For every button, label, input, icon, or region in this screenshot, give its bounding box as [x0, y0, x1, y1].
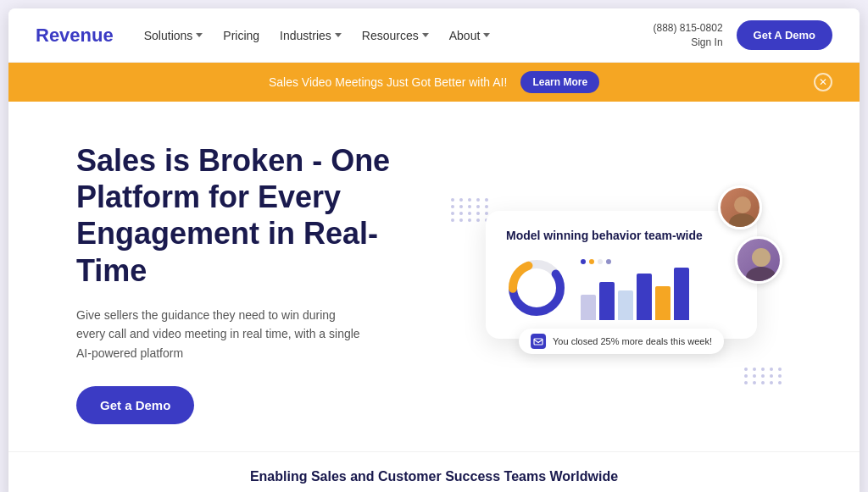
notification-text: You closed 25% more deals this week! [553, 336, 712, 346]
banner-text: Sales Video Meetings Just Got Better wit… [269, 75, 507, 89]
avatar-1 [718, 185, 762, 229]
footer-tagline: Enabling Sales and Customer Success Team… [8, 451, 860, 492]
svg-point-8 [729, 213, 756, 229]
svg-point-7 [734, 196, 751, 213]
footer-tagline-text: Enabling Sales and Customer Success Team… [250, 469, 618, 484]
hero-cta-button[interactable]: Get a Demo [76, 386, 194, 424]
bar-6 [674, 268, 689, 320]
hero-section: Sales is Broken - One Platform for Every… [8, 102, 860, 451]
avatar-group [718, 185, 782, 284]
chevron-down-icon [335, 33, 342, 37]
phone-number: (888) 815-0802 [654, 21, 723, 36]
svg-rect-11 [534, 339, 542, 345]
bar-5 [655, 286, 670, 320]
nav-item-pricing[interactable]: Pricing [223, 29, 259, 42]
banner-close-button[interactable]: ✕ [814, 73, 832, 91]
bar-chart-area [581, 259, 737, 320]
nav-item-solutions[interactable]: Solutions [144, 29, 203, 42]
illustration-content [506, 257, 737, 322]
donut-chart [506, 257, 567, 322]
hero-subtitle: Give sellers the guidance they need to w… [76, 306, 364, 362]
navbar-left: Revenue Solutions Pricing [36, 25, 490, 47]
contact-info: (888) 815-0802 Sign In [654, 21, 723, 50]
logo-text: Revenue [36, 25, 114, 47]
hero-content: Sales is Broken - One Platform for Every… [76, 142, 417, 424]
chart-legend [581, 259, 737, 264]
get-demo-button[interactable]: Get A Demo [737, 20, 832, 50]
sign-in-link[interactable]: Sign In [691, 36, 722, 48]
nav-item-industries[interactable]: Industries [280, 29, 342, 42]
illustration-card: Model winning behavior team-wide [486, 211, 757, 338]
chevron-down-icon [422, 33, 429, 37]
notification-badge: You closed 25% more deals this week! [519, 329, 724, 354]
bar-2 [599, 282, 615, 320]
avatar-2 [735, 236, 782, 284]
bar-3 [618, 290, 633, 320]
bar-1 [581, 295, 596, 320]
browser-window: Revenue Solutions Pricing [8, 8, 860, 492]
hero-title: Sales is Broken - One Platform for Every… [76, 142, 417, 289]
chevron-down-icon [483, 33, 490, 37]
chevron-down-icon [196, 33, 203, 37]
bar-chart-bars [581, 269, 737, 320]
navbar-right: (888) 815-0802 Sign In Get A Demo [654, 20, 833, 50]
close-icon: ✕ [819, 76, 827, 88]
illustration-wrapper: Model winning behavior team-wide [486, 211, 757, 338]
learn-more-button[interactable]: Learn More [520, 71, 599, 93]
nav-item-resources[interactable]: Resources [362, 29, 429, 42]
navbar: Revenue Solutions Pricing [8, 8, 860, 63]
bar-4 [637, 274, 652, 320]
announcement-banner: Sales Video Meetings Just Got Better wit… [8, 63, 860, 102]
svg-point-9 [752, 248, 771, 267]
notif-icon [531, 334, 546, 349]
logo[interactable]: Revenue [36, 25, 117, 47]
dots-decoration-right [744, 368, 783, 384]
dots-decoration-left [451, 198, 490, 222]
svg-point-10 [746, 267, 776, 284]
hero-illustration: Model winning behavior team-wide [451, 164, 792, 401]
illustration-label: Model winning behavior team-wide [506, 228, 737, 243]
nav-links: Solutions Pricing Industries Resources A… [144, 29, 491, 42]
nav-item-about[interactable]: About [449, 29, 491, 42]
